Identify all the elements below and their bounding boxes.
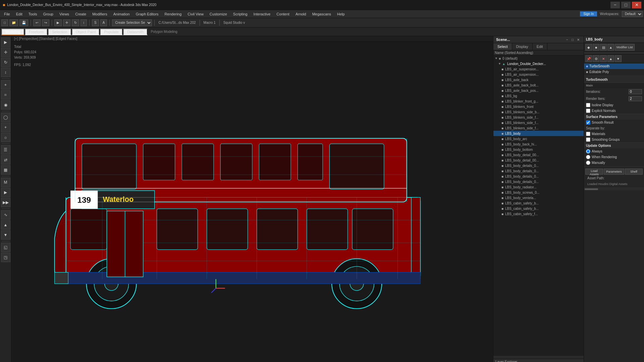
tree-item-lbs-body[interactable]: ■ LBS_body [493,131,584,136]
smoothing-groups-checkbox[interactable] [586,137,590,142]
menu-scripting[interactable]: Scripting [230,11,250,17]
modeling-tab-modeling[interactable]: Modeling [1,28,24,35]
modifier-scrollbar[interactable] [584,188,644,190]
tool-unlink[interactable]: ⌗ [1,90,10,100]
shelf-btn[interactable]: Shelf [625,169,643,175]
modeling-tab-populate[interactable]: Populate [100,28,122,35]
parameters-btn[interactable]: Parameters [604,169,624,175]
tree-item-mesh-6[interactable]: ■ LBS_blinker_front_g... [493,99,584,104]
menu-animation[interactable]: Animation [111,11,132,17]
tool-scale[interactable]: ↕ [1,68,10,77]
tree-item-mesh-3[interactable]: ■ LBS_axle_back_bolt... [493,82,584,88]
scene-tab-edit[interactable]: Edit [533,43,547,50]
menu-rendering[interactable]: Rendering [162,11,184,17]
tree-item-mesh-1[interactable]: ■ LBS_air_suspension... [493,72,584,77]
tool-lights[interactable]: ☼ [1,133,10,142]
tool-filter2[interactable]: ▼ [1,230,10,240]
viewport[interactable]: Total Polys: 680,024 Verts: 359,909 FPS:… [11,42,493,362]
menu-tools[interactable]: Tools [26,11,40,17]
modeling-tab-selection[interactable]: Selection [48,28,71,35]
menu-help[interactable]: Help [334,11,347,17]
tree-item-mesh-18[interactable]: ■ LBS_body_details_0... [493,168,584,174]
tool-snap2[interactable]: ◳ [1,253,10,262]
mod-tool-3[interactable]: ▤ [600,44,607,51]
minimize-btn[interactable]: − [610,2,620,8]
tool-material[interactable]: M [1,178,10,187]
tree-item-mesh-10[interactable]: ■ LBS_blinkers_side_f... [493,120,584,125]
menu-megascans[interactable]: Megascans [310,11,334,17]
modeling-tab-datasmith[interactable]: Datasmith [123,28,148,35]
tree-item-mesh-19[interactable]: ■ LBS_body_details_0... [493,174,584,179]
mod-delete-btn[interactable]: ✕ [600,55,607,62]
create-selection-dropdown[interactable]: Create Selection Se [112,19,152,26]
tool-snap1[interactable]: ◱ [1,243,10,252]
tree-item-mesh-14[interactable]: ■ LBS_body_bottom [493,147,584,152]
new-btn[interactable]: □ [1,19,8,26]
snap-btn[interactable]: S [92,19,99,26]
scene-minimize-btn[interactable]: − [565,38,570,42]
tool-camera[interactable]: ◉ [1,100,10,110]
tree-item-mesh-24[interactable]: ■ LBS_cabin_safety_b... [493,200,584,206]
menu-graph-editors[interactable]: Graph Editors [133,11,161,17]
close-btn[interactable]: ✕ [632,2,641,8]
tree-item-mesh-20[interactable]: ■ LBS_body_details_0... [493,179,584,184]
tool-align[interactable]: ☰ [1,145,10,155]
rotate-btn[interactable]: ↻ [72,19,79,26]
menu-group[interactable]: Group [40,11,56,17]
tree-item-mesh-8[interactable]: ■ LBS_blinkers_side_b... [493,109,584,115]
always-radio[interactable] [586,149,590,154]
tree-item-mesh-26[interactable]: ■ LBS_cabin_safety_f... [493,211,584,217]
move-btn[interactable]: ✛ [63,19,70,26]
tree-item-mesh-0[interactable]: ■ LBS_air_suspension... [493,66,584,72]
mod-tool-2[interactable]: ■ [593,44,599,51]
isoline-checkbox[interactable] [586,103,590,107]
tree-item-mesh-17[interactable]: ■ LBS_body_details_0... [493,163,584,168]
mod-tool-5[interactable]: Modifier List [615,44,635,51]
iterations-input[interactable] [629,89,642,94]
menu-file[interactable]: File [1,11,13,17]
workspace-select[interactable]: Default [622,11,643,17]
tool-curve[interactable]: ∿ [1,210,10,220]
scale-btn[interactable]: ↕ [80,19,87,26]
tool-array[interactable]: ▦ [1,165,10,175]
tool-mirror[interactable]: ⇄ [1,155,10,165]
smooth-result-checkbox[interactable] [586,120,590,125]
tree-item-mesh-2[interactable]: ■ LBS_axle_back [493,77,584,82]
mod-configure-btn[interactable]: ⚙ [593,55,599,62]
tree-item-mesh-25[interactable]: ■ LBS_cabin_safety_b... [493,206,584,211]
menu-views[interactable]: Views [57,11,72,17]
menu-interactive[interactable]: Interactive [251,11,273,17]
tree-item-mesh-4[interactable]: ■ LBS_axle_back_pos... [493,88,584,93]
render-iters-input[interactable] [629,96,642,101]
materials-checkbox[interactable] [586,132,590,136]
tree-item-mesh-22[interactable]: ■ LBS_body_screws_0... [493,190,584,195]
modeling-tab-freeform[interactable]: Freeform [25,28,48,35]
menu-content[interactable]: Content [274,11,292,17]
menu-edit[interactable]: Edit [13,11,25,17]
explicit-normals-checkbox[interactable] [586,109,590,113]
maximize-btn[interactable]: □ [621,2,631,8]
scene-tab-display[interactable]: Display [512,43,533,50]
modeling-tab-object-paint[interactable]: Object Paint [72,28,100,35]
menu-civil-view[interactable]: Civil View [185,11,206,17]
select-btn[interactable]: ▶ [54,19,62,26]
redo-btn[interactable]: ↪ [42,19,49,26]
tool-helpers[interactable]: + [1,123,10,132]
tree-item-mesh-7[interactable]: ■ LBS_blinkers_front [493,104,584,109]
angle-snap-btn[interactable]: A [100,19,107,26]
tool-quickrender[interactable]: ▶▶ [1,198,10,207]
mod-pin-btn[interactable]: 📌 [585,55,592,62]
menu-create[interactable]: Create [72,11,89,17]
tree-item-mesh-23[interactable]: ■ LBS_body_ventela... [493,195,584,200]
tree-item-mesh-16[interactable]: ■ LBS_body_detail_00... [493,158,584,163]
mod-up-btn[interactable]: ▲ [607,55,614,62]
tree-item-mesh-5[interactable]: ■ LBS_bg [493,93,584,99]
tool-filter1[interactable]: ▲ [1,220,10,230]
open-btn[interactable]: 📁 [9,19,18,26]
tool-move[interactable]: ✛ [1,48,10,57]
mod-stack-editable-poly[interactable]: ■ Editable Poly [584,69,644,75]
tool-select[interactable]: ▶ [1,38,10,47]
tree-item-mesh-9[interactable]: ■ LBS_blinkers_side_f... [493,115,584,120]
mod-down-btn[interactable]: ▼ [615,55,622,62]
menu-arnold[interactable]: Arnold [293,11,309,17]
